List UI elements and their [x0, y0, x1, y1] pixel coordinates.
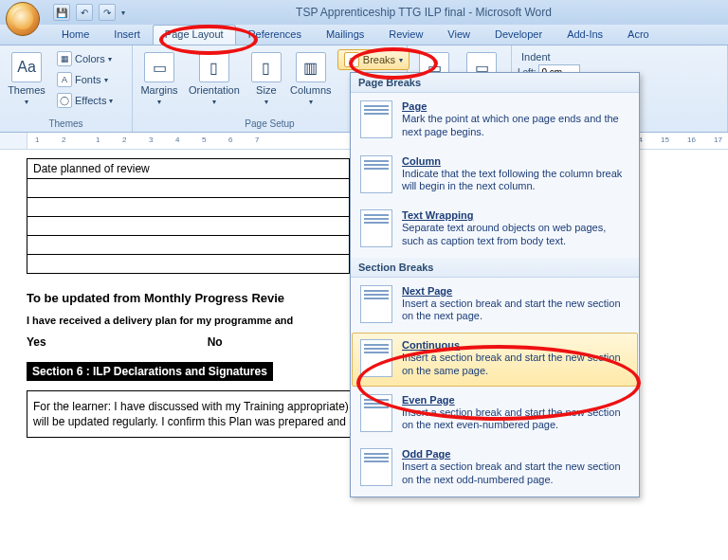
orientation-label: Orientation [189, 84, 240, 96]
redo-icon[interactable]: ↷ [99, 4, 116, 21]
menu-title: Page [402, 100, 629, 112]
orientation-icon: ▯ [199, 52, 229, 82]
section-header: Section 6 : ILP Declarations and Signatu… [27, 362, 273, 381]
ruler-tick: 7 [255, 135, 259, 144]
tab-developer[interactable]: Developer [482, 25, 555, 45]
no-label: No [208, 335, 223, 349]
quick-access-toolbar: 💾 ↶ ↷ ▾ [53, 4, 125, 21]
colors-label: Colors [75, 53, 105, 64]
column-break-icon [360, 155, 392, 193]
menu-item-next-page[interactable]: Next PageInsert a section break and star… [352, 279, 638, 333]
text-wrapping-icon [360, 209, 392, 247]
tab-mailings[interactable]: Mailings [314, 25, 376, 45]
size-button[interactable]: ▯Size▾ [248, 49, 284, 117]
menu-desc: Indicate that the text following the col… [402, 168, 629, 194]
effects-label: Effects [75, 95, 106, 106]
menu-item-page-break[interactable]: PageMark the point at which one page end… [352, 94, 638, 148]
ruler-tick: 17 [714, 135, 722, 144]
breaks-label: Breaks [363, 54, 395, 65]
margins-label: Margins [140, 84, 177, 96]
effects-button[interactable]: ◯Effects▾ [53, 91, 117, 110]
breaks-section-header: Section Breaks [351, 258, 639, 278]
ruler-tick: 15 [661, 135, 669, 144]
fonts-label: Fonts [75, 74, 101, 85]
ruler-tick: 4 [175, 135, 179, 144]
fonts-icon: A [57, 72, 72, 87]
tab-references[interactable]: References [236, 25, 314, 45]
menu-item-column-break[interactable]: ColumnIndicate that the text following t… [352, 149, 638, 203]
even-page-icon [360, 394, 392, 432]
odd-page-icon [360, 448, 392, 486]
fonts-button[interactable]: AFonts▾ [53, 70, 117, 89]
ruler-tick: 6 [228, 135, 232, 144]
breaks-section-header: Page Breaks [351, 73, 639, 93]
menu-desc: Mark the point at which one page ends an… [402, 113, 629, 139]
menu-title: Continuous [402, 339, 629, 351]
ruler-tick: 2 [122, 135, 126, 144]
ribbon-tabs: Home Insert Page Layout References Maili… [0, 25, 728, 45]
menu-desc: Insert a section break and start the new… [402, 352, 629, 378]
orientation-button[interactable]: ▯Orientation▾ [186, 49, 243, 117]
colors-button[interactable]: ▦Colors▾ [53, 49, 117, 68]
tab-home[interactable]: Home [49, 25, 101, 45]
breaks-dropdown: Page Breaks PageMark the point at which … [350, 72, 640, 497]
table-cell[interactable] [27, 198, 350, 217]
size-icon: ▯ [251, 52, 282, 82]
ruler-tick: 1 [96, 135, 100, 144]
tab-acrobat[interactable]: Acro [615, 25, 662, 45]
themes-label: Themes [8, 84, 46, 96]
table-cell[interactable] [27, 255, 350, 274]
tab-addins[interactable]: Add-Ins [555, 25, 615, 45]
colors-icon: ▦ [57, 51, 72, 66]
yes-label: Yes [27, 335, 46, 349]
table-header: Date planned of review [27, 159, 350, 179]
group-themes: Aa Themes ▾ ▦Colors▾ AFonts▾ ◯Effects▾ T… [0, 45, 133, 132]
menu-desc: Separate text around objects on web page… [402, 222, 629, 248]
columns-button[interactable]: ▥Columns▾ [290, 49, 332, 117]
ruler-tick: 1 [35, 135, 39, 144]
window-title: TSP Apprenticeship TTG ILP final - Micro… [125, 6, 722, 19]
margins-icon: ▭ [144, 52, 174, 82]
undo-icon[interactable]: ↶ [76, 4, 93, 21]
chevron-down-icon: ▾ [25, 98, 28, 106]
save-icon[interactable]: 💾 [53, 4, 70, 21]
menu-title: Column [402, 155, 629, 167]
breaks-icon: ≡ [344, 52, 359, 67]
indent-heading: Indent [518, 49, 721, 64]
themes-icon: Aa [11, 52, 42, 82]
continuous-icon [360, 339, 392, 377]
menu-item-continuous[interactable]: ContinuousInsert a section break and sta… [352, 333, 638, 387]
menu-item-even-page[interactable]: Even PageInsert a section break and star… [352, 388, 638, 442]
menu-desc: Insert a section break and start the new… [402, 461, 629, 487]
columns-icon: ▥ [296, 52, 326, 82]
menu-item-odd-page[interactable]: Odd PageInsert a section break and start… [352, 442, 638, 496]
ruler-tick: 16 [687, 135, 696, 144]
menu-title: Even Page [402, 394, 629, 406]
next-page-icon [360, 285, 392, 323]
menu-desc: Insert a section break and start the new… [402, 406, 629, 433]
columns-label: Columns [290, 84, 331, 96]
tab-view[interactable]: View [435, 25, 482, 45]
page-break-icon [360, 100, 392, 138]
table-cell[interactable] [27, 217, 350, 236]
table-cell[interactable] [27, 236, 350, 255]
title-bar: 💾 ↶ ↷ ▾ TSP Apprenticeship TTG ILP final… [0, 0, 728, 25]
group-themes-label: Themes [6, 117, 126, 130]
menu-item-text-wrapping[interactable]: Text WrappingSeparate text around object… [352, 203, 638, 257]
menu-title: Next Page [402, 285, 629, 297]
effects-icon: ◯ [57, 93, 72, 108]
margins-button[interactable]: ▭Margins▾ [138, 49, 180, 117]
tab-insert[interactable]: Insert [101, 25, 153, 45]
themes-button[interactable]: Aa Themes ▾ [6, 49, 47, 117]
menu-title: Text Wrapping [402, 209, 629, 221]
table-cell[interactable] [27, 179, 350, 198]
ruler-tick: 2 [62, 135, 65, 144]
office-button[interactable] [6, 2, 40, 36]
menu-desc: Insert a section break and start the new… [402, 298, 629, 324]
tab-page-layout[interactable]: Page Layout [153, 25, 236, 45]
ruler-tick: 5 [202, 135, 206, 144]
menu-title: Odd Page [402, 448, 629, 460]
breaks-button[interactable]: ≡ Breaks ▾ [337, 49, 410, 70]
ruler-tick: 3 [149, 135, 153, 144]
tab-review[interactable]: Review [376, 25, 435, 45]
